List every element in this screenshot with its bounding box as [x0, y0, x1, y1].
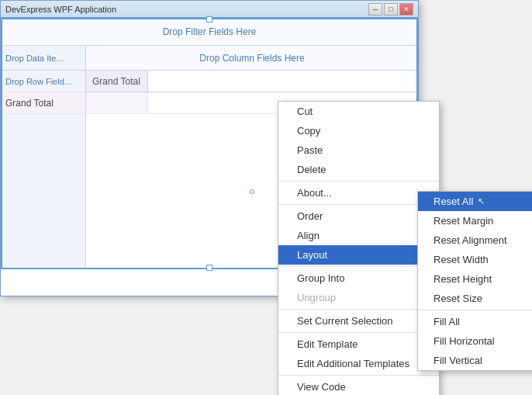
grand-total-value-cell: [86, 92, 148, 113]
context-menu: Cut Copy Paste Delete About... Order ▶ A…: [278, 101, 440, 395]
close-button[interactable]: ✕: [399, 3, 413, 16]
menu-item-edit-additional[interactable]: Edit Additional Templates ▶: [278, 354, 439, 373]
separator-3: [278, 266, 439, 267]
submenu-reset-all[interactable]: Reset All ↖: [418, 192, 532, 211]
menu-item-paste[interactable]: Paste: [278, 140, 439, 160]
menu-item-copy[interactable]: Copy: [278, 121, 439, 140]
menu-item-layout[interactable]: Layout ▶: [278, 245, 439, 265]
empty-col: [148, 71, 418, 92]
grand-total-row-label: Grand Total: [1, 92, 85, 114]
title-bar-buttons: ─ □ ✕: [367, 3, 413, 16]
column-drop-area[interactable]: Drop Column Fields Here: [86, 46, 418, 70]
menu-item-about[interactable]: About...: [278, 183, 439, 203]
grand-total-col-header: Grand Total: [86, 71, 148, 92]
maximize-button[interactable]: □: [384, 3, 398, 16]
submenu-separator: [418, 310, 532, 310]
separator-6: [278, 375, 439, 376]
cursor-indicator: ↖: [478, 196, 485, 206]
submenu-fill-horizontal[interactable]: Fill Horizontal: [418, 331, 532, 351]
submenu-fill-all[interactable]: Fill All: [418, 312, 532, 331]
separator-1: [278, 181, 439, 182]
separator-2: [278, 204, 439, 205]
title-bar: DevExpress WPF Application ─ □ ✕: [1, 1, 418, 18]
filter-area[interactable]: Drop Filter Fields Here: [1, 18, 418, 46]
menu-item-delete[interactable]: Delete: [278, 160, 439, 179]
submenu-reset-height[interactable]: Reset Height: [418, 269, 532, 289]
menu-item-set-current[interactable]: Set Current Selection ▶: [278, 311, 439, 331]
menu-item-view-code[interactable]: View Code: [278, 377, 439, 395]
menu-item-align[interactable]: Align ▶: [278, 226, 439, 245]
col-total-header: Grand Total: [86, 71, 418, 92]
submenu-reset-width[interactable]: Reset Width: [418, 250, 532, 269]
layout-submenu: Reset All ↖ Reset Margin Reset Alignment…: [417, 191, 532, 371]
column-header-row: Drop Data Ite... Drop Column Fields Here: [1, 46, 418, 71]
separator-5: [278, 332, 439, 333]
menu-item-cut[interactable]: Cut: [278, 102, 439, 121]
row-header-column: Drop Row Field... Grand Total: [1, 71, 86, 269]
center-dot: [250, 189, 254, 194]
menu-item-ungroup: Ungroup: [278, 288, 439, 307]
data-drop-area[interactable]: Drop Data Ite...: [1, 46, 86, 70]
menu-item-edit-template[interactable]: Edit Template: [278, 334, 439, 354]
submenu-reset-size[interactable]: Reset Size: [418, 289, 532, 308]
menu-item-group-into[interactable]: Group Into ▶: [278, 269, 439, 288]
filter-placeholder: Drop Filter Fields Here: [163, 26, 257, 37]
submenu-fill-vertical[interactable]: Fill Vertical: [418, 351, 532, 370]
submenu-reset-alignment[interactable]: Reset Alignment: [418, 230, 532, 250]
separator-4: [278, 309, 439, 310]
window-title: DevExpress WPF Application: [5, 5, 116, 14]
submenu-reset-margin[interactable]: Reset Margin: [418, 211, 532, 230]
menu-item-order[interactable]: Order ▶: [278, 206, 439, 226]
minimize-button[interactable]: ─: [368, 3, 382, 16]
row-drop-area[interactable]: Drop Row Field...: [1, 71, 85, 92]
